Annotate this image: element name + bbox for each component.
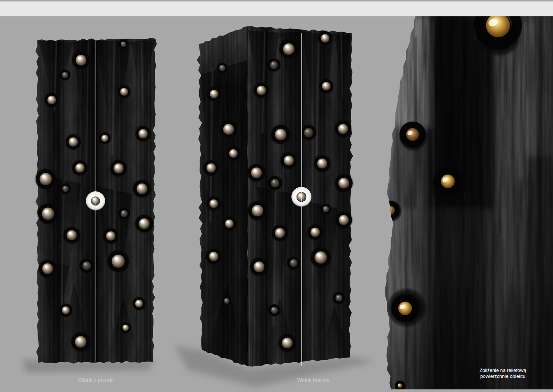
caption-front-view: Widok z przodu [51, 377, 140, 383]
embedded-sphere [64, 133, 82, 151]
embedded-sphere [205, 247, 223, 265]
embedded-sphere [58, 303, 74, 318]
embedded-sphere [206, 195, 222, 212]
embedded-sphere [313, 154, 332, 173]
embedded-sphere [334, 210, 353, 230]
embedded-sphere [202, 159, 220, 177]
embedded-sphere [333, 173, 354, 194]
embedded-sphere [117, 84, 132, 100]
relief-crater-sphere [386, 287, 427, 328]
embedded-sphere [269, 123, 291, 145]
embedded-sphere [221, 216, 237, 232]
board-artwork [0, 0, 553, 392]
embedded-sphere [117, 207, 131, 221]
embedded-sphere [221, 295, 232, 307]
embedded-sphere [71, 50, 91, 71]
embedded-sphere [59, 69, 71, 81]
embedded-sphere [109, 159, 128, 178]
embedded-sphere [320, 203, 332, 215]
embedded-sphere [36, 202, 60, 226]
header-band [0, 1, 553, 16]
embedded-sphere [267, 175, 283, 191]
embedded-sphere [71, 159, 89, 177]
embedded-sphere [37, 258, 58, 279]
embedded-sphere [279, 151, 298, 170]
caption-closeup-line1: Zbliżenie na reliefową [466, 367, 540, 373]
embedded-sphere [246, 162, 267, 183]
embedded-sphere [106, 249, 131, 274]
embedded-sphere [286, 256, 301, 271]
embedded-sphere [98, 132, 112, 145]
side-view-figure [197, 24, 354, 370]
front-view-figure [34, 37, 157, 364]
caption-side-view: Widok boczny [269, 377, 358, 383]
center-ring [291, 187, 311, 207]
presentation-board: { "header": { "title": "Obiekt neosakral… [0, 0, 553, 392]
embedded-sphere [134, 125, 152, 143]
embedded-sphere [34, 168, 58, 191]
embedded-sphere [119, 321, 132, 334]
embedded-sphere [132, 296, 147, 311]
relief-crater-sphere [430, 166, 467, 204]
embedded-sphere [333, 119, 353, 139]
embedded-sphere [216, 62, 228, 74]
embedded-sphere [300, 124, 317, 142]
embedded-sphere [246, 200, 268, 221]
embedded-sphere [306, 223, 324, 241]
embedded-sphere [62, 226, 81, 245]
closeup-figure [380, 6, 553, 392]
relief-crater-sphere [395, 380, 407, 392]
embedded-sphere [252, 81, 270, 99]
embedded-sphere [225, 145, 242, 162]
embedded-sphere [78, 257, 95, 274]
embedded-sphere [218, 119, 239, 140]
embedded-sphere [309, 246, 333, 269]
caption-closeup-line2: powierzchnię obiektu [466, 373, 540, 379]
embedded-sphere [266, 58, 282, 73]
embedded-sphere [43, 92, 60, 108]
embedded-sphere [102, 227, 120, 245]
relief-crater-sphere [398, 122, 428, 152]
embedded-sphere [206, 86, 222, 102]
embedded-sphere [59, 182, 71, 195]
embedded-sphere [332, 291, 346, 305]
embedded-sphere [268, 304, 281, 317]
embedded-sphere [249, 256, 269, 277]
embedded-sphere [278, 38, 300, 60]
center-ring [86, 191, 105, 211]
embedded-sphere [134, 213, 155, 234]
embedded-sphere [317, 30, 333, 46]
embedded-sphere [270, 223, 290, 243]
embedded-sphere [277, 333, 298, 353]
embedded-sphere [132, 178, 152, 199]
embedded-sphere [318, 78, 334, 94]
embedded-sphere [69, 331, 91, 353]
relief-crater-sphere [380, 200, 402, 222]
box-corner-edge [248, 27, 248, 366]
embedded-sphere [118, 39, 129, 50]
caption-closeup: Zbliżenie na reliefową powierzchnię obie… [466, 367, 540, 379]
